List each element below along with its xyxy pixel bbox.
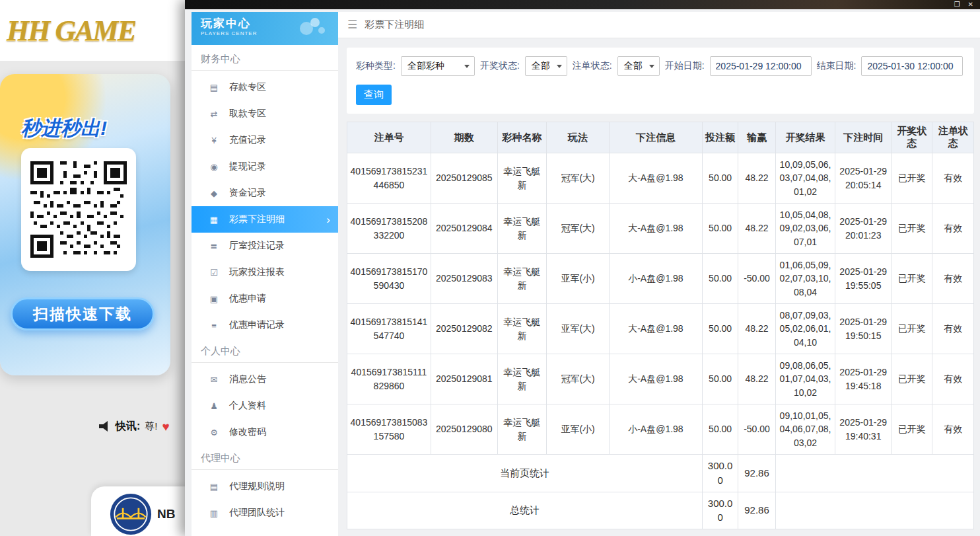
table-cell: 20250129080 bbox=[431, 404, 497, 455]
table-cell: 50.00 bbox=[702, 204, 738, 254]
hall-bet-records-icon: ≣ bbox=[209, 241, 219, 251]
window-titlebar: ❐ ✕ bbox=[185, 0, 980, 9]
sidebar-section-title: 代理中心 bbox=[192, 445, 338, 470]
query-button[interactable]: 查询 bbox=[356, 85, 392, 105]
table-cell: 2025-01-29 19:40:31 bbox=[835, 404, 892, 455]
withdrawal-records-icon: ◉ bbox=[209, 162, 219, 172]
sidebar-item-agent-rules[interactable]: ▤代理规则说明 bbox=[192, 473, 338, 500]
column-header: 下注时间 bbox=[835, 122, 892, 153]
players-center-window: ❐ ✕ 玩家中心 PLAYERS CENTER 财务中心▤存款专区⇄取款专区¥充… bbox=[185, 0, 980, 536]
summary-label: 总统计 bbox=[347, 492, 703, 529]
qr-code bbox=[21, 148, 136, 271]
player-bet-report-icon: ☑ bbox=[209, 268, 219, 278]
table-cell: 幸运飞艇新 bbox=[497, 153, 547, 204]
table-cell: 已开奖 bbox=[891, 304, 932, 354]
table-cell: 有效 bbox=[932, 153, 974, 204]
table-cell: 幸运飞艇新 bbox=[497, 354, 547, 404]
column-header: 投注额 bbox=[702, 122, 738, 153]
table-row: 40156917381508315758020250129080幸运飞艇新亚军(… bbox=[347, 404, 974, 455]
sidebar-item-promo-apply-records[interactable]: ≡优惠申请记录 bbox=[192, 312, 338, 338]
sidebar-item-hall-bet-records[interactable]: ≣厅室投注记录 bbox=[192, 233, 338, 259]
table-cell: 10,05,04,08,09,02,03,06,07,01 bbox=[775, 204, 835, 254]
column-header: 玩法 bbox=[547, 122, 610, 153]
filter-row: 彩种类型: 全部彩种 开奖状态: 全部 注单状态: bbox=[356, 56, 965, 76]
sidebar-item-player-bet-report[interactable]: ☑玩家投注报表 bbox=[192, 259, 338, 286]
sidebar-item-withdraw[interactable]: ⇄取款专区 bbox=[192, 100, 338, 127]
sidebar-item-label: 个人资料 bbox=[229, 400, 266, 412]
sidebar-item-change-password[interactable]: ⚙修改密码 bbox=[192, 419, 338, 445]
close-window-icon[interactable]: ✕ bbox=[968, 1, 973, 8]
table-cell: 大-A盘@1.98 bbox=[609, 304, 702, 354]
sidebar-item-label: 代理团队统计 bbox=[229, 507, 285, 519]
chevron-down-icon bbox=[649, 65, 654, 68]
column-header: 注单号 bbox=[347, 122, 431, 153]
heart-icon: ♥ bbox=[162, 420, 170, 433]
content-header: ☰ 彩票下注明细 bbox=[338, 12, 980, 38]
sidebar-item-promo-apply[interactable]: ▣优惠申请 bbox=[192, 286, 338, 312]
table-cell: 48.22 bbox=[738, 204, 775, 254]
chevron-right-icon: › bbox=[326, 214, 330, 225]
table-cell: 幸运飞艇新 bbox=[497, 404, 547, 455]
table-cell: 48.22 bbox=[738, 153, 775, 204]
start-date-label: 开始日期: bbox=[665, 60, 705, 72]
sidebar-item-label: 厅室投注记录 bbox=[229, 240, 285, 252]
table-row: 40156917381520833220020250129084幸运飞艇新冠军(… bbox=[347, 204, 974, 254]
lottery-type-select[interactable]: 全部彩种 bbox=[401, 56, 475, 76]
table-cell: 大-A盘@1.98 bbox=[609, 204, 702, 254]
table-cell: 01,06,05,09,02,07,03,10,08,04 bbox=[775, 254, 835, 304]
sidebar-item-label: 代理规则说明 bbox=[229, 480, 285, 492]
table-cell: 有效 bbox=[932, 354, 974, 404]
sidebar-item-lottery-bet-details[interactable]: ▦彩票下注明细› bbox=[192, 206, 338, 233]
table-cell: 50.00 bbox=[702, 354, 738, 404]
table-cell: 2025-01-29 19:55:05 bbox=[835, 254, 892, 304]
column-header: 注单状态 bbox=[932, 122, 974, 153]
table-cell: 50.00 bbox=[702, 254, 738, 304]
sidebar-item-label: 充值记录 bbox=[229, 134, 266, 146]
table-cell: 已开奖 bbox=[891, 254, 932, 304]
screen: HH GAME 秒进秒出! 扫描快速下 bbox=[0, 0, 980, 536]
table-cell: 2025-01-29 20:05:14 bbox=[835, 153, 892, 204]
table-cell: 08,07,09,03,05,02,06,01,04,10 bbox=[775, 304, 835, 354]
sidebar-item-profile[interactable]: ♟个人资料 bbox=[192, 393, 338, 419]
bet-status-label: 注单状态: bbox=[573, 60, 612, 72]
draw-status-select[interactable]: 全部 bbox=[525, 56, 567, 76]
table-cell: 09,08,06,05,01,07,04,03,10,02 bbox=[775, 354, 835, 404]
restore-window-icon[interactable]: ❐ bbox=[954, 1, 960, 8]
table-cell: 401569173815208332200 bbox=[347, 204, 431, 254]
draw-status-label: 开奖状态: bbox=[480, 60, 520, 72]
table-cell: 2025-01-29 20:01:23 bbox=[835, 204, 892, 254]
sidebar-item-label: 存款专区 bbox=[229, 81, 266, 93]
sidebar-item-funds-records[interactable]: ◆资金记录 bbox=[192, 180, 338, 206]
table-body: 40156917381523144685020250129085幸运飞艇新冠军(… bbox=[347, 153, 974, 529]
sidebar-item-deposit[interactable]: ▤存款专区 bbox=[192, 74, 338, 100]
download-button[interactable]: 扫描快速下载 bbox=[11, 297, 155, 330]
speaker-icon bbox=[99, 421, 111, 432]
table-cell: 幸运飞艇新 bbox=[497, 304, 547, 354]
summary-label: 当前页统计 bbox=[347, 455, 703, 492]
sidebar-item-agent-team-stats[interactable]: ▥代理团队统计 bbox=[192, 500, 338, 526]
end-date-input[interactable] bbox=[861, 56, 963, 76]
table-cell: 20250129084 bbox=[431, 204, 497, 254]
start-date-input[interactable] bbox=[710, 56, 812, 76]
table-cell: 冠军(大) bbox=[547, 204, 610, 254]
summary-empty bbox=[775, 492, 973, 529]
filter-bar: 彩种类型: 全部彩种 开奖状态: 全部 注单状态: bbox=[347, 48, 974, 114]
site-header: HH GAME bbox=[0, 0, 185, 61]
partner-text: NB bbox=[157, 507, 175, 521]
table-cell: 401569173815141547740 bbox=[347, 304, 431, 354]
bet-status-select[interactable]: 全部 bbox=[617, 56, 660, 76]
hamburger-icon[interactable]: ☰ bbox=[347, 18, 357, 32]
sidebar-header: 玩家中心 PLAYERS CENTER bbox=[192, 12, 338, 45]
summary-row: 总统计300.0092.86 bbox=[347, 492, 974, 529]
table-row: 40156917381511182986020250129081幸运飞艇新冠军(… bbox=[347, 354, 974, 404]
lottery-bet-details-icon: ▦ bbox=[209, 215, 219, 225]
ticker-text: 尊! bbox=[145, 420, 157, 433]
sidebar-item-label: 消息公告 bbox=[229, 373, 266, 385]
sidebar-item-recharge-records[interactable]: ¥充值记录 bbox=[192, 127, 338, 153]
sidebar-item-announcements[interactable]: ✉消息公告 bbox=[192, 366, 338, 393]
table-cell: -50.00 bbox=[738, 254, 775, 304]
table-cell: 09,10,01,05,04,06,07,08,03,02 bbox=[775, 404, 835, 455]
summary-win-loss-total: 92.86 bbox=[738, 492, 775, 529]
sidebar-item-withdrawal-records[interactable]: ◉提现记录 bbox=[192, 153, 338, 180]
table-cell: 20250129081 bbox=[431, 354, 497, 404]
